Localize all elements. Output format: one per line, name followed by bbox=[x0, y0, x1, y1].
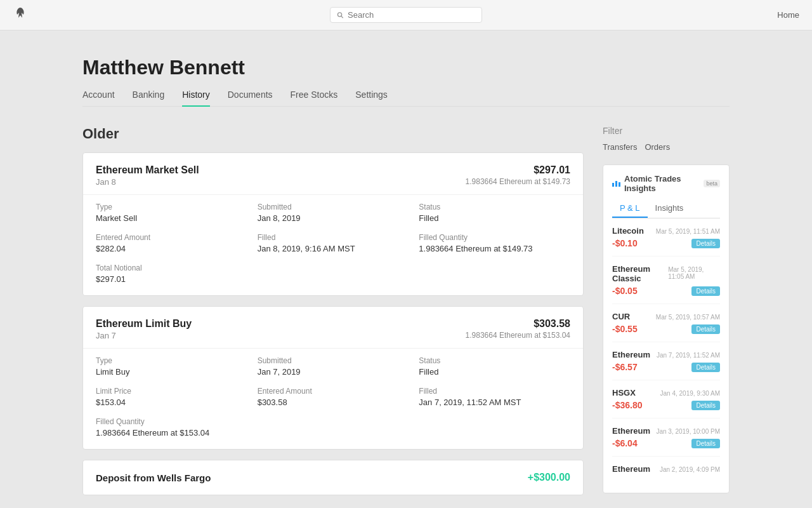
trade-field: Filled Jan 8, 2019, 9:16 AM MST bbox=[258, 233, 409, 253]
trade-field: Status Filled bbox=[419, 356, 570, 377]
pl-stock-name: Litecoin bbox=[612, 226, 644, 236]
trade-card-body-1: Type Market Sell Submitted Jan 8, 2019 S… bbox=[83, 194, 583, 295]
search-bar[interactable] bbox=[330, 7, 482, 23]
trade-field: Status Filled bbox=[419, 203, 570, 223]
pl-stock-name: Ethereum bbox=[612, 350, 650, 359]
pl-stock-name: Ethereum Classic bbox=[612, 264, 668, 283]
tab-history[interactable]: History bbox=[182, 90, 210, 106]
content-layout: Older Ethereum Market Sell Jan 8 $297.01… bbox=[82, 107, 730, 508]
pl-date: Jan 4, 2019, 9:30 AM bbox=[660, 390, 720, 397]
tab-settings[interactable]: Settings bbox=[355, 90, 388, 106]
trade-date-2: Jan 7 bbox=[96, 331, 192, 340]
tab-account[interactable]: Account bbox=[82, 90, 115, 106]
pl-stock-name: CUR bbox=[612, 312, 630, 321]
trade-amount-2: $303.58 bbox=[466, 318, 570, 330]
pl-value: -$0.55 bbox=[612, 324, 638, 334]
trade-field: Type Market Sell bbox=[96, 203, 247, 223]
trade-field: Filled Quantity 1.983664 Ethereum at $14… bbox=[419, 233, 570, 253]
filter-title: Filter bbox=[603, 126, 730, 136]
atomic-title: Atomic Trades Insights bbox=[624, 174, 700, 193]
trade-date: Jan 8 bbox=[96, 177, 199, 187]
trade-card-eth-buy: Ethereum Limit Buy Jan 7 $303.58 1.98366… bbox=[82, 306, 584, 450]
profile-tabs: Account Banking History Documents Free S… bbox=[82, 90, 730, 107]
pl-item: Ethereum Classic Mar 5, 2019, 11:05 AM -… bbox=[612, 264, 720, 304]
tab-free-stocks[interactable]: Free Stocks bbox=[291, 90, 338, 106]
chart-icon bbox=[612, 181, 620, 187]
trade-field: Limit Price $153.04 bbox=[96, 387, 247, 407]
pl-item: Ethereum Jan 2, 2019, 4:09 PM bbox=[612, 464, 720, 484]
deposit-amount: +$300.00 bbox=[528, 472, 570, 483]
pl-date: Jan 2, 2019, 4:09 PM bbox=[660, 466, 720, 473]
trade-field: Entered Amount $282.04 bbox=[96, 233, 247, 253]
pl-stock-name: Ethereum bbox=[612, 464, 650, 474]
trade-field: Submitted Jan 7, 2019 bbox=[258, 356, 409, 377]
pl-date: Mar 5, 2019, 11:51 AM bbox=[656, 228, 720, 235]
pl-item: CUR Mar 5, 2019, 10:57 AM -$0.55 Details bbox=[612, 312, 720, 342]
pl-value: -$6.57 bbox=[612, 362, 638, 372]
filter-orders-button[interactable]: Orders bbox=[645, 142, 670, 152]
logo[interactable] bbox=[13, 6, 28, 24]
pl-value: -$0.05 bbox=[612, 286, 638, 296]
filter-transfers-button[interactable]: Transfers bbox=[603, 142, 637, 152]
pl-date: Jan 3, 2019, 10:00 PM bbox=[656, 428, 720, 435]
trade-field: Entered Amount $303.58 bbox=[258, 387, 409, 407]
trade-field: Submitted Jan 8, 2019 bbox=[258, 203, 409, 223]
trade-field: Total Notional $297.01 bbox=[96, 264, 247, 284]
pl-list: Litecoin Mar 5, 2019, 11:51 AM -$0.10 De… bbox=[612, 226, 720, 484]
deposit-card: Deposit from Wells Fargo +$300.00 bbox=[82, 460, 584, 495]
trade-field: Type Limit Buy bbox=[96, 356, 247, 377]
trade-subtitle-2: 1.983664 Ethereum at $153.04 bbox=[466, 331, 570, 340]
pl-item: Ethereum Jan 7, 2019, 11:52 AM -$6.57 De… bbox=[612, 350, 720, 380]
tab-insights[interactable]: Insights bbox=[648, 201, 691, 218]
trade-title: Ethereum Market Sell bbox=[96, 164, 199, 176]
user-name: Matthew Bennett bbox=[82, 56, 730, 79]
tab-pl[interactable]: P & L bbox=[612, 201, 648, 218]
atomic-tabs: P & L Insights bbox=[612, 201, 720, 218]
tab-documents[interactable]: Documents bbox=[228, 90, 273, 106]
pl-item: HSGX Jan 4, 2019, 9:30 AM -$36.80 Detail… bbox=[612, 388, 720, 418]
deposit-title: Deposit from Wells Fargo bbox=[96, 472, 211, 483]
pl-item: Litecoin Mar 5, 2019, 11:51 AM -$0.10 De… bbox=[612, 226, 720, 257]
atomic-header: Atomic Trades Insights beta bbox=[612, 174, 720, 193]
pl-date: Jan 7, 2019, 11:52 AM bbox=[657, 352, 720, 359]
svg-point-0 bbox=[337, 12, 341, 16]
details-button[interactable]: Details bbox=[691, 286, 720, 296]
details-button[interactable]: Details bbox=[691, 239, 720, 248]
atomic-trades-widget: Atomic Trades Insights beta P & L Insigh… bbox=[603, 164, 730, 493]
user-header: Matthew Bennett Account Banking History … bbox=[82, 30, 730, 107]
trade-field: Filled Jan 7, 2019, 11:52 AM MST bbox=[419, 387, 570, 407]
details-button[interactable]: Details bbox=[691, 401, 720, 410]
pl-stock-name: HSGX bbox=[612, 388, 636, 398]
trade-card-header-2: Ethereum Limit Buy Jan 7 $303.58 1.98366… bbox=[83, 307, 583, 348]
main-column: Older Ethereum Market Sell Jan 8 $297.01… bbox=[82, 126, 584, 495]
pl-item: Ethereum Jan 3, 2019, 10:00 PM -$6.04 De… bbox=[612, 426, 720, 457]
trade-card-body-2: Type Limit Buy Submitted Jan 7, 2019 Sta… bbox=[83, 348, 583, 449]
details-button[interactable]: Details bbox=[691, 324, 720, 334]
trade-card-header: Ethereum Market Sell Jan 8 $297.01 1.983… bbox=[83, 153, 583, 194]
tab-banking[interactable]: Banking bbox=[133, 90, 165, 106]
pl-stock-name: Ethereum bbox=[612, 426, 650, 436]
pl-value: -$0.10 bbox=[612, 238, 638, 248]
top-nav: Home bbox=[0, 0, 812, 30]
section-title: Older bbox=[82, 126, 584, 142]
search-input[interactable] bbox=[348, 10, 475, 20]
trade-card-eth-sell: Ethereum Market Sell Jan 8 $297.01 1.983… bbox=[82, 152, 584, 296]
details-button[interactable]: Details bbox=[691, 363, 720, 372]
pl-date: Mar 5, 2019, 10:57 AM bbox=[656, 314, 720, 321]
trade-title-2: Ethereum Limit Buy bbox=[96, 318, 192, 330]
pl-value: -$6.04 bbox=[612, 438, 638, 448]
trade-amount: $297.01 bbox=[466, 164, 570, 176]
search-icon bbox=[337, 11, 344, 19]
svg-line-1 bbox=[341, 16, 343, 18]
details-button[interactable]: Details bbox=[691, 439, 720, 448]
home-link[interactable]: Home bbox=[777, 10, 799, 20]
sidebar-column: Filter Transfers Orders Atomic Trades In… bbox=[603, 126, 730, 495]
trade-field: Filled Quantity 1.983664 Ethereum at $15… bbox=[96, 417, 247, 438]
filter-buttons: Transfers Orders bbox=[603, 142, 730, 152]
pl-value: -$36.80 bbox=[612, 400, 642, 410]
pl-date: Mar 5, 2019, 11:05 AM bbox=[668, 266, 720, 280]
trade-subtitle: 1.983664 Ethereum at $149.73 bbox=[466, 177, 570, 186]
beta-badge: beta bbox=[704, 180, 720, 187]
